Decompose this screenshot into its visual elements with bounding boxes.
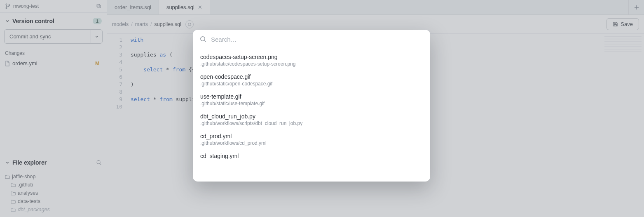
svg-point-6 bbox=[201, 37, 205, 41]
search-modal: codespaces-setup-screen.png .github/stat… bbox=[193, 30, 430, 182]
search-icon bbox=[199, 35, 207, 43]
commit-dropdown-button[interactable] bbox=[91, 29, 103, 44]
svg-point-2 bbox=[9, 5, 10, 6]
chevron-down-icon bbox=[5, 19, 10, 24]
search-result[interactable]: dbt_cloud_run_job.py .github/workflows/s… bbox=[196, 110, 427, 130]
tree-folder[interactable]: analyses bbox=[5, 189, 102, 197]
minimap[interactable] bbox=[604, 36, 642, 53]
search-input[interactable] bbox=[211, 36, 424, 43]
copy-icon[interactable] bbox=[96, 3, 102, 9]
branch-name[interactable]: mwong-test bbox=[13, 3, 39, 9]
svg-rect-3 bbox=[98, 5, 101, 8]
tree-folder[interactable]: .github bbox=[5, 181, 102, 189]
search-result[interactable]: open-codespace.gif .github/static/open-c… bbox=[196, 70, 427, 90]
tree-folder[interactable]: dbt_packages bbox=[5, 205, 102, 214]
vc-badge: 1 bbox=[93, 18, 102, 24]
breadcrumb: models / marts / supplies.sql bbox=[112, 20, 194, 28]
svg-rect-4 bbox=[97, 4, 100, 7]
change-filename: orders.yml bbox=[12, 60, 37, 66]
breadcrumb-item[interactable]: supplies.sql bbox=[155, 21, 181, 27]
tab-order-items[interactable]: order_items.sql bbox=[107, 0, 159, 14]
save-icon bbox=[613, 21, 618, 27]
vc-title: Version control bbox=[12, 18, 54, 24]
file-icon bbox=[5, 61, 10, 66]
modified-badge: M bbox=[95, 61, 102, 66]
breadcrumb-item[interactable]: models bbox=[112, 21, 129, 27]
refresh-icon[interactable] bbox=[185, 20, 194, 28]
search-result[interactable]: cd_staging.yml bbox=[196, 149, 427, 163]
branch-bar: mwong-test bbox=[0, 0, 107, 13]
save-button[interactable]: Save bbox=[607, 18, 639, 30]
file-tree: jaffle-shop .github analyses data-tests … bbox=[0, 171, 107, 217]
search-results: codespaces-setup-screen.png .github/stat… bbox=[193, 49, 430, 167]
fe-title: File explorer bbox=[12, 159, 47, 166]
new-tab-button[interactable] bbox=[628, 0, 644, 14]
svg-point-5 bbox=[97, 160, 100, 164]
close-icon[interactable]: ✕ bbox=[198, 4, 202, 10]
code-content[interactable]: with supplies as ( select * from {{ ) se… bbox=[126, 34, 198, 217]
tab-supplies[interactable]: supplies.sql ✕ bbox=[159, 0, 210, 14]
commit-sync-button[interactable]: Commit and sync bbox=[4, 29, 91, 44]
sidebar: mwong-test Version control 1 Commit and … bbox=[0, 0, 107, 217]
tab-bar: order_items.sql supplies.sql ✕ bbox=[107, 0, 644, 15]
search-result[interactable]: codespaces-setup-screen.png .github/stat… bbox=[196, 50, 427, 70]
tree-folder[interactable]: data-tests bbox=[5, 197, 102, 205]
version-control-header[interactable]: Version control 1 bbox=[0, 13, 107, 29]
svg-point-0 bbox=[6, 4, 7, 5]
search-icon[interactable] bbox=[96, 160, 102, 165]
changes-label: Changes bbox=[0, 49, 107, 59]
tree-folder-root[interactable]: jaffle-shop bbox=[5, 172, 102, 181]
git-branch-icon bbox=[5, 3, 11, 9]
search-result[interactable]: use-template.gif .github/static/use-temp… bbox=[196, 90, 427, 110]
svg-point-1 bbox=[6, 7, 7, 9]
search-result[interactable]: cd_prod.yml .github/workflows/cd_prod.ym… bbox=[196, 130, 427, 149]
file-explorer-header[interactable]: File explorer bbox=[0, 154, 107, 171]
line-gutter: 12345678910 bbox=[107, 34, 126, 217]
change-item[interactable]: orders.yml M bbox=[0, 59, 107, 68]
chevron-down-icon bbox=[5, 160, 10, 165]
breadcrumb-item[interactable]: marts bbox=[135, 21, 148, 27]
